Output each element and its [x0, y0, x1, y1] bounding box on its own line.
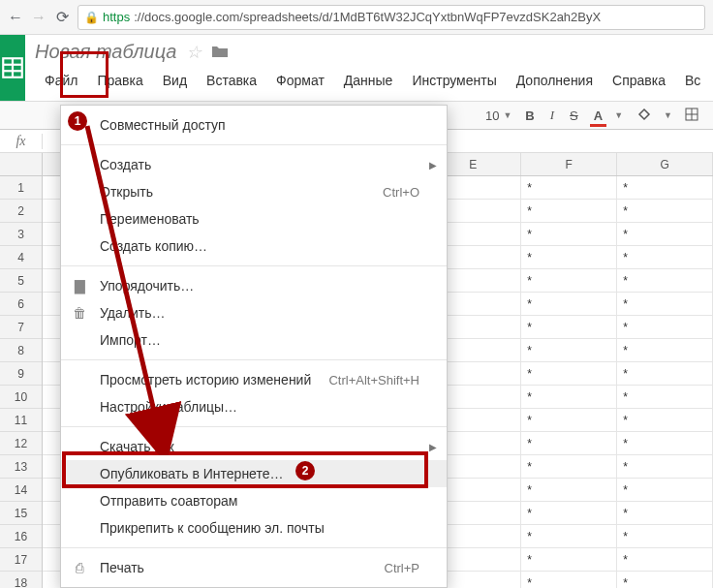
menu-insert[interactable]: Вставка	[197, 69, 266, 92]
menu-item-settings[interactable]: Настройки таблицы…	[61, 393, 447, 420]
menu-item-create[interactable]: Создать▶	[61, 151, 447, 178]
menu-item-share[interactable]: Совместный доступ	[61, 111, 447, 139]
cell[interactable]: *	[521, 502, 617, 524]
cell[interactable]: *	[617, 316, 713, 338]
row-header[interactable]: 18	[0, 572, 42, 588]
cell[interactable]: *	[617, 479, 713, 501]
sheets-logo[interactable]	[0, 35, 25, 101]
cell[interactable]: *	[521, 386, 617, 408]
row-header[interactable]: 7	[0, 316, 42, 339]
cell[interactable]: *	[617, 572, 713, 588]
cell[interactable]: *	[521, 223, 617, 245]
column-header[interactable]: G	[617, 153, 713, 175]
cell[interactable]: *	[521, 176, 617, 199]
menu-item-email-attach[interactable]: Прикрепить к сообщению эл. почты	[61, 514, 447, 542]
cell[interactable]: *	[521, 432, 617, 454]
row-header[interactable]: 13	[0, 455, 42, 479]
cell[interactable]: *	[521, 479, 617, 501]
menu-view[interactable]: Вид	[153, 69, 197, 92]
row-header[interactable]: 14	[0, 479, 42, 502]
bold-button[interactable]: B	[521, 107, 538, 125]
menu-more[interactable]: Вс	[675, 69, 710, 92]
row-header[interactable]: 4	[0, 246, 42, 269]
menu-item-print[interactable]: ⎙ПечатьCtrl+P	[61, 554, 447, 581]
cell[interactable]: *	[617, 339, 713, 361]
back-icon[interactable]: ←	[8, 10, 23, 25]
cell[interactable]: *	[617, 409, 713, 431]
reload-icon[interactable]: ⟳	[54, 10, 70, 25]
cell[interactable]: *	[617, 223, 713, 245]
menu-item-download[interactable]: Скачать как▶	[61, 433, 447, 460]
menu-item-rename[interactable]: Переименовать	[61, 205, 447, 232]
row-header[interactable]: 10	[0, 386, 42, 409]
column-header[interactable]: F	[521, 153, 617, 175]
row-header[interactable]: 12	[0, 432, 42, 455]
cell[interactable]: *	[617, 386, 713, 408]
menu-item-delete[interactable]: 🗑Удалить…	[61, 299, 447, 326]
cell[interactable]: *	[617, 269, 713, 292]
cell[interactable]: *	[617, 502, 713, 524]
menu-addons[interactable]: Дополнения	[507, 69, 603, 92]
menu-item-publish[interactable]: Опубликовать в Интернете…	[61, 460, 447, 487]
folder-icon[interactable]	[211, 41, 229, 63]
doc-title-row: Новая таблица ☆	[35, 41, 710, 63]
cell[interactable]: *	[521, 200, 617, 222]
row-header[interactable]: 3	[0, 223, 42, 246]
menu-tools[interactable]: Инструменты	[402, 69, 506, 92]
menu-item-import[interactable]: Импорт…	[61, 326, 447, 354]
row-header[interactable]: 17	[0, 548, 42, 572]
strike-button[interactable]: S	[566, 107, 582, 125]
menu-data[interactable]: Данные	[334, 69, 403, 92]
row-header[interactable]: 15	[0, 502, 42, 525]
menu-format[interactable]: Формат	[266, 69, 334, 92]
cell[interactable]: *	[521, 246, 617, 268]
forward-icon[interactable]: →	[31, 10, 46, 25]
menu-item-copy[interactable]: Создать копию…	[61, 232, 447, 260]
italic-button[interactable]: I	[546, 106, 558, 125]
cell[interactable]: *	[617, 246, 713, 268]
row-header[interactable]: 16	[0, 525, 42, 548]
url-bar[interactable]: 🔒 https ://docs.google.com/spreadsheets/…	[78, 5, 705, 30]
cell[interactable]: *	[617, 455, 713, 478]
cell[interactable]: *	[521, 572, 617, 588]
cell[interactable]: *	[521, 293, 617, 315]
row-header[interactable]: 8	[0, 339, 42, 362]
cell[interactable]: *	[617, 293, 713, 315]
row-header[interactable]: 2	[0, 200, 42, 223]
star-icon[interactable]: ☆	[186, 42, 202, 63]
cell[interactable]: *	[617, 176, 713, 199]
menu-item-organize[interactable]: ▇Упорядочить…	[61, 272, 447, 299]
cell[interactable]: *	[521, 316, 617, 338]
select-all-corner[interactable]	[0, 153, 42, 176]
cell[interactable]: *	[617, 548, 713, 571]
row-header[interactable]: 11	[0, 409, 42, 432]
menu-item-history[interactable]: Просмотреть историю измененийCtrl+Alt+Sh…	[61, 366, 447, 393]
fill-color-button[interactable]	[633, 105, 656, 127]
font-size-selector[interactable]: 10 ▼	[485, 108, 512, 123]
menu-edit[interactable]: Правка	[87, 69, 152, 92]
cell[interactable]: *	[617, 525, 713, 547]
row-header[interactable]: 5	[0, 269, 42, 293]
borders-button[interactable]	[680, 105, 703, 127]
chevron-down-icon: ▼	[503, 110, 512, 120]
cell[interactable]: *	[521, 548, 617, 571]
row-header[interactable]: 6	[0, 293, 42, 316]
cell[interactable]: *	[521, 339, 617, 361]
menu-item-email-collab[interactable]: Отправить соавторам	[61, 487, 447, 514]
text-color-button[interactable]: A	[590, 107, 606, 125]
cell[interactable]: *	[617, 362, 713, 385]
menu-item-open[interactable]: ОткрытьCtrl+O	[61, 178, 447, 205]
menu-help[interactable]: Справка	[603, 69, 675, 92]
folder-icon: ▇	[71, 278, 88, 294]
row-header[interactable]: 1	[0, 176, 42, 200]
doc-title[interactable]: Новая таблица	[35, 41, 176, 63]
cell[interactable]: *	[617, 432, 713, 454]
cell[interactable]: *	[521, 525, 617, 547]
cell[interactable]: *	[521, 455, 617, 478]
cell[interactable]: *	[521, 362, 617, 385]
cell[interactable]: *	[617, 200, 713, 222]
menu-file[interactable]: Файл	[35, 69, 87, 92]
cell[interactable]: *	[521, 409, 617, 431]
cell[interactable]: *	[521, 269, 617, 292]
row-header[interactable]: 9	[0, 362, 42, 386]
